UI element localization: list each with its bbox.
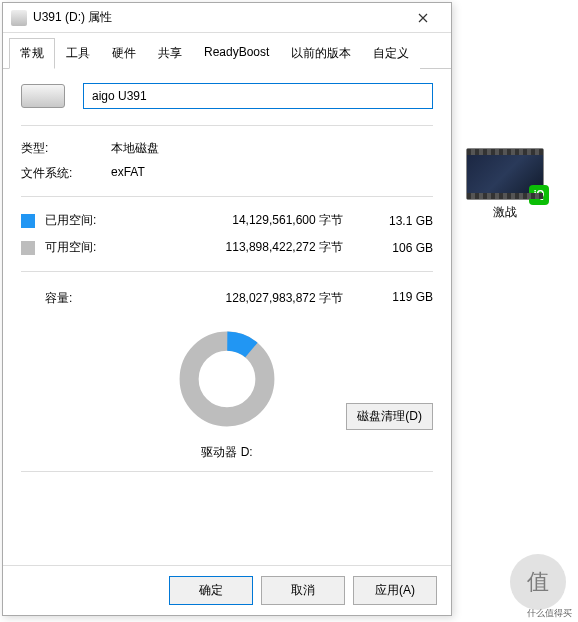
used-space-bytes: 14,129,561,600 字节 (123, 212, 373, 229)
tab-hardware[interactable]: 硬件 (101, 38, 147, 69)
filesystem-value: exFAT (111, 165, 145, 182)
drive-name-input[interactable] (83, 83, 433, 109)
dialog-footer: 确定 取消 应用(A) (3, 565, 451, 615)
video-file-item[interactable]: iQ 激战 (460, 148, 550, 221)
used-space-label: 已用空间: (45, 212, 123, 229)
close-icon (418, 13, 428, 23)
tab-strip: 常规 工具 硬件 共享 ReadyBoost 以前的版本 自定义 (3, 33, 451, 69)
tab-content: 类型: 本地磁盘 文件系统: exFAT 已用空间: 14,129,561,60… (3, 69, 451, 565)
divider (21, 196, 433, 197)
capacity-bytes: 128,027,983,872 字节 (123, 290, 373, 307)
titlebar: U391 (D:) 属性 (3, 3, 451, 33)
window-title: U391 (D:) 属性 (33, 9, 403, 26)
drive-icon-small (11, 10, 27, 26)
watermark-text: 值 (527, 567, 549, 597)
capacity-gb: 119 GB (373, 290, 433, 307)
type-value: 本地磁盘 (111, 140, 159, 157)
tab-customize[interactable]: 自定义 (362, 38, 420, 69)
video-thumbnail: iQ (466, 148, 544, 200)
ok-button[interactable]: 确定 (169, 576, 253, 605)
watermark-badge: 值 (510, 554, 566, 610)
free-space-label: 可用空间: (45, 239, 123, 256)
watermark-subtext: 什么值得买 (527, 607, 572, 620)
divider (21, 471, 433, 472)
used-swatch-icon (21, 214, 35, 228)
divider (21, 271, 433, 272)
type-label: 类型: (21, 140, 111, 157)
free-space-bytes: 113,898,422,272 字节 (123, 239, 373, 256)
close-button[interactable] (403, 4, 443, 32)
free-swatch-icon (21, 241, 35, 255)
tab-previous-versions[interactable]: 以前的版本 (280, 38, 362, 69)
file-name-label: 激战 (460, 204, 550, 221)
tab-tools[interactable]: 工具 (55, 38, 101, 69)
tab-sharing[interactable]: 共享 (147, 38, 193, 69)
properties-dialog: U391 (D:) 属性 常规 工具 硬件 共享 ReadyBoost 以前的版… (2, 2, 452, 616)
svg-point-2 (200, 352, 255, 407)
used-space-gb: 13.1 GB (373, 214, 433, 228)
tab-general[interactable]: 常规 (9, 38, 55, 69)
drive-icon (21, 84, 65, 108)
usage-pie-chart (177, 329, 277, 429)
apply-button[interactable]: 应用(A) (353, 576, 437, 605)
cancel-button[interactable]: 取消 (261, 576, 345, 605)
iqiyi-badge-icon: iQ (529, 185, 549, 205)
capacity-label: 容量: (21, 290, 123, 307)
filesystem-label: 文件系统: (21, 165, 111, 182)
drive-letter-label: 驱动器 D: (21, 444, 433, 461)
desktop-background: iQ 激战 U391 (D:) 属性 常规 工具 硬件 共享 ReadyBoos… (0, 0, 578, 622)
divider (21, 125, 433, 126)
disk-cleanup-button[interactable]: 磁盘清理(D) (346, 403, 433, 430)
free-space-gb: 106 GB (373, 241, 433, 255)
tab-readyboost[interactable]: ReadyBoost (193, 38, 280, 69)
